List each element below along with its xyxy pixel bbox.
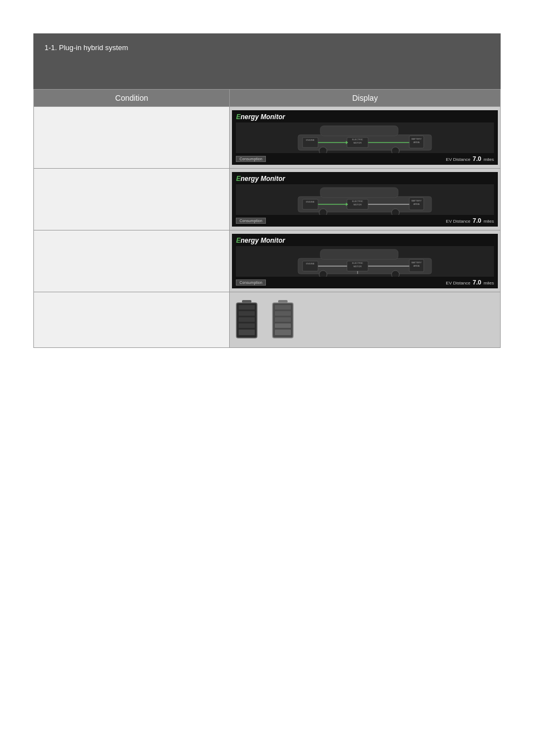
consumption-tag-1[interactable]: Consumption [236, 156, 265, 162]
energy-car-diagram-2: ENGINE ELECTRIC MOTOR BATTERY AREA [236, 184, 494, 215]
table-row: Energy Monitor [34, 107, 501, 169]
svg-point-32 [319, 271, 327, 277]
svg-text:ELECTRIC: ELECTRIC [352, 138, 363, 141]
ev-dist-value-1: 7.0 [473, 155, 481, 162]
svg-point-18 [392, 209, 399, 215]
energy-panel-title-1: Energy Monitor [236, 113, 494, 121]
svg-rect-51 [239, 330, 255, 335]
battery-icon-2 [270, 299, 295, 341]
ev-distance-3: EV Distance 7.0 miles [446, 279, 494, 286]
energy-panel-title-3: Energy Monitor [236, 237, 494, 244]
display-cell-2: Energy Monitor ENGINE [230, 169, 501, 230]
energy-footer-1: Consumption EV Distance 7.0 miles [236, 155, 494, 162]
svg-text:BATTERY: BATTERY [412, 138, 422, 140]
ev-dist-value-2: 7.0 [473, 217, 481, 224]
energy-panel-1: Energy Monitor [232, 110, 498, 165]
display-cell-1: Energy Monitor [230, 107, 501, 169]
svg-text:AREA: AREA [414, 141, 420, 144]
battery-icon-1 [234, 299, 259, 341]
ev-distance-2: EV Distance 7.0 miles [446, 217, 494, 224]
energy-footer-3: Consumption EV Distance 7.0 miles [236, 279, 494, 286]
energy-title-rest-2: nergy Monitor [240, 175, 285, 183]
car-svg-2: ENGINE ELECTRIC MOTOR BATTERY AREA [236, 184, 494, 215]
svg-point-2 [319, 147, 327, 153]
svg-text:ENGINE: ENGINE [306, 262, 315, 265]
svg-point-17 [319, 209, 327, 215]
svg-text:AREA: AREA [414, 203, 420, 205]
svg-text:ELECTRIC: ELECTRIC [352, 262, 363, 264]
main-table: Condition Display Energy Monitor [33, 89, 501, 348]
energy-panel-3: Energy Monitor ENGINE [232, 234, 498, 288]
content-area: Condition Display Energy Monitor [33, 89, 501, 348]
condition-cell-4 [34, 292, 230, 348]
consumption-tag-3[interactable]: Consumption [236, 279, 265, 286]
battery-svg-1 [234, 299, 259, 341]
svg-point-33 [392, 271, 399, 277]
header-title: 1-1. Plug-in hybrid system [44, 43, 128, 52]
svg-rect-16 [320, 188, 398, 198]
svg-rect-48 [239, 311, 255, 316]
svg-rect-50 [239, 323, 255, 328]
ev-distance-1: EV Distance 7.0 miles [446, 155, 494, 162]
svg-rect-54 [275, 305, 291, 310]
display-cell-3: Energy Monitor ENGINE [230, 230, 501, 292]
energy-panel-2: Energy Monitor ENGINE [232, 172, 498, 227]
svg-rect-31 [320, 249, 398, 259]
svg-rect-58 [275, 330, 291, 335]
table-row: Energy Monitor ENGINE [34, 230, 501, 292]
energy-title-rest: nergy Monitor [240, 113, 285, 121]
svg-rect-1 [320, 126, 398, 136]
svg-text:MOTOR: MOTOR [354, 265, 362, 268]
battery-icons-section [232, 294, 498, 345]
ev-dist-value-3: 7.0 [473, 279, 481, 286]
energy-footer-2: Consumption EV Distance 7.0 miles [236, 217, 494, 224]
svg-rect-56 [275, 317, 291, 322]
svg-text:BATTERY: BATTERY [412, 199, 422, 202]
energy-panel-title-2: Energy Monitor [236, 175, 494, 183]
consumption-tag-2[interactable]: Consumption [236, 218, 265, 224]
svg-text:AREA: AREA [414, 264, 420, 267]
bottom-section [0, 359, 534, 693]
svg-text:ENGINE: ENGINE [306, 139, 315, 141]
energy-title-rest-3: nergy Monitor [240, 237, 285, 244]
energy-car-diagram-3: ENGINE ELECTRIC MOTOR BATTERY AREA [236, 246, 494, 277]
svg-text:BATTERY: BATTERY [412, 261, 422, 264]
col-condition-header: Condition [34, 90, 230, 107]
display-cell-4 [230, 292, 501, 348]
svg-point-3 [392, 147, 399, 153]
energy-car-diagram-1: ENGINE ELECTRIC MOTOR BATTERY AREA [236, 122, 494, 153]
svg-text:MOTOR: MOTOR [354, 203, 362, 206]
battery-svg-2 [270, 299, 295, 341]
svg-text:ELECTRIC: ELECTRIC [352, 200, 363, 203]
svg-rect-57 [275, 323, 291, 328]
condition-cell-2 [34, 169, 230, 230]
condition-cell-1 [34, 107, 230, 169]
header-banner: 1-1. Plug-in hybrid system [33, 33, 501, 89]
col-display-header: Display [230, 90, 501, 107]
page-wrapper: 1-1. Plug-in hybrid system Condition Dis… [0, 33, 534, 756]
svg-rect-49 [239, 317, 255, 322]
condition-cell-3 [34, 230, 230, 292]
table-row-battery [34, 292, 501, 348]
svg-rect-55 [275, 311, 291, 316]
car-svg-3: ENGINE ELECTRIC MOTOR BATTERY AREA [236, 246, 494, 277]
car-svg-1: ENGINE ELECTRIC MOTOR BATTERY AREA [236, 122, 494, 153]
svg-text:ENGINE: ENGINE [306, 200, 315, 203]
svg-text:MOTOR: MOTOR [354, 141, 362, 144]
table-row: Energy Monitor ENGINE [34, 169, 501, 230]
svg-rect-47 [239, 305, 255, 310]
